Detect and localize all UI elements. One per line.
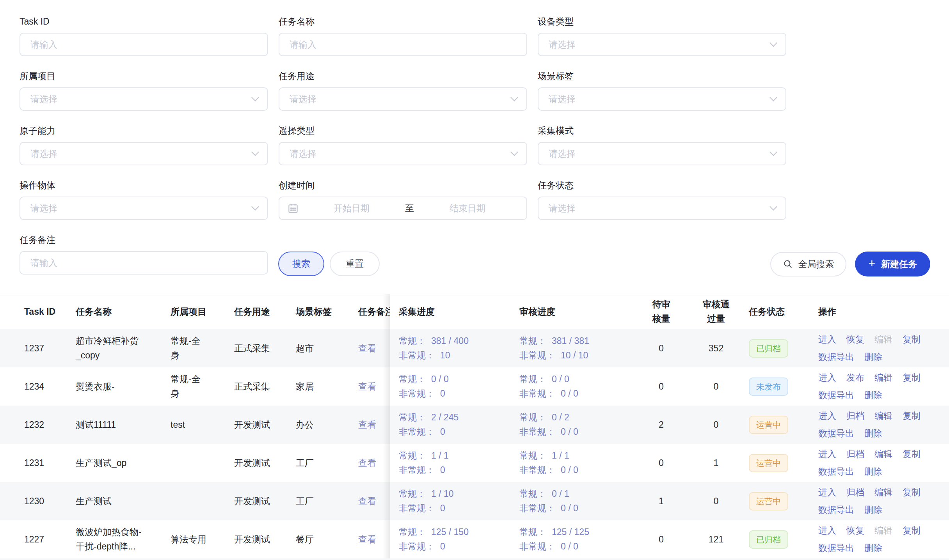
cell-pending: 0 [639, 341, 683, 356]
teleop-type-select[interactable]: 请选择 [279, 142, 527, 165]
action-link[interactable]: 进入 [818, 409, 836, 423]
col-approved-count: 审核通 过量 [683, 297, 749, 326]
action-link[interactable]: 进入 [818, 332, 836, 347]
cell-collect-progress: 常规：1 / 10 非常规：0 [390, 487, 519, 516]
action-link[interactable]: 数据导出 [818, 503, 854, 517]
view-note-link[interactable]: 查看 [358, 458, 376, 468]
field-label: 任务状态 [538, 179, 786, 191]
col-project: 所属项目 [171, 305, 234, 319]
action-link[interactable]: 进入 [818, 370, 836, 385]
cell-name: 超市冷鲜柜补货 _copy [76, 334, 171, 363]
field-label: 采集模式 [538, 125, 786, 136]
action-link[interactable]: 删除 [864, 464, 882, 479]
action-link[interactable]: 复制 [903, 370, 921, 385]
action-link[interactable]: 复制 [903, 485, 921, 500]
field-create-time: 创建时间 开始日期 至 结束日期 [279, 179, 527, 220]
action-link[interactable]: 删除 [864, 350, 882, 364]
field-label: 任务名称 [279, 16, 527, 27]
cell-review-progress: 常规：1 / 1 非常规：0 / 0 [519, 448, 639, 477]
scene-tag-select[interactable]: 请选择 [538, 87, 786, 111]
end-date-placeholder[interactable]: 结束日期 [416, 202, 519, 214]
cell-purpose: 正式采集 [234, 379, 296, 394]
operate-object-select[interactable]: 请选择 [20, 197, 268, 220]
chevron-down-icon [251, 94, 259, 101]
cell-name: 生产测试_op [76, 456, 171, 470]
placeholder-text: 请选择 [290, 93, 316, 105]
action-link[interactable]: 恢复 [846, 332, 864, 347]
device-type-select[interactable]: 请选择 [538, 33, 786, 56]
create-time-range-picker[interactable]: 开始日期 至 结束日期 [279, 197, 527, 220]
action-link[interactable]: 归档 [846, 409, 864, 423]
cell-task-id: 1232 [0, 418, 76, 432]
action-link[interactable]: 数据导出 [818, 350, 854, 364]
view-note-link[interactable]: 查看 [358, 381, 376, 392]
cell-purpose: 开发测试 [234, 456, 296, 470]
action-link[interactable]: 编辑 [874, 485, 892, 500]
action-link[interactable]: 数据导出 [818, 464, 854, 479]
cell-purpose: 正式采集 [234, 341, 296, 356]
cell-review-progress: 常规：125 / 125 非常规：0 / 0 [519, 525, 639, 554]
create-task-button[interactable]: + 新建任务 [855, 252, 930, 276]
task-name-input[interactable]: 请输入 [279, 33, 527, 56]
action-link[interactable]: 编辑 [874, 409, 892, 423]
view-note-link[interactable]: 查看 [358, 420, 376, 430]
cell-collect-progress: 常规：0 / 0 非常规：0 [390, 372, 519, 401]
action-link[interactable]: 进入 [818, 447, 836, 461]
cell-review-progress: 常规：0 / 2 非常规：0 / 0 [519, 410, 639, 439]
view-note-link[interactable]: 查看 [358, 534, 376, 544]
field-label: Task ID [20, 16, 268, 27]
action-link[interactable]: 编辑 [874, 332, 892, 347]
action-link[interactable]: 发布 [846, 370, 864, 385]
action-link[interactable]: 恢复 [846, 523, 864, 538]
cell-scene: 家居 [296, 379, 358, 394]
cell-collect-progress: 常规：1 / 1 非常规：0 [390, 448, 519, 477]
action-link[interactable]: 编辑 [874, 370, 892, 385]
cell-pending: 0 [639, 456, 683, 470]
action-link[interactable]: 编辑 [874, 447, 892, 461]
action-link[interactable]: 删除 [864, 503, 882, 517]
task-purpose-select[interactable]: 请选择 [279, 87, 527, 111]
cell-operations: 进入 发布 编辑 复制 数据导出 删除 [818, 370, 949, 402]
col-collect-progress: 采集进度 [390, 305, 519, 319]
action-link[interactable]: 归档 [846, 485, 864, 500]
task-id-input[interactable]: 请输入 [20, 33, 268, 56]
chevron-down-icon [770, 148, 777, 156]
action-link[interactable]: 删除 [864, 541, 882, 555]
filter-grid: Task ID 请输入 任务名称 请输入 设备类型 请选择 所属项目 [20, 16, 949, 275]
action-link[interactable]: 数据导出 [818, 541, 854, 555]
field-task-note: 任务备注 请输入 [20, 234, 268, 275]
cell-approved: 121 [683, 532, 749, 547]
field-label: 遥操类型 [279, 125, 527, 136]
calendar-icon [287, 202, 299, 214]
field-operate-object: 操作物体 请选择 [20, 179, 268, 220]
status-badge: 运营中 [749, 454, 788, 472]
atomic-ability-select[interactable]: 请选择 [20, 142, 268, 165]
action-link[interactable]: 复制 [903, 523, 921, 538]
search-button[interactable]: 搜索 [278, 252, 324, 276]
view-note-link[interactable]: 查看 [358, 496, 376, 506]
action-link[interactable]: 进入 [818, 485, 836, 500]
start-date-placeholder[interactable]: 开始日期 [300, 202, 403, 214]
action-link[interactable]: 编辑 [874, 523, 892, 538]
action-link[interactable]: 归档 [846, 447, 864, 461]
action-link[interactable]: 数据导出 [818, 388, 854, 402]
action-link[interactable]: 复制 [903, 447, 921, 461]
action-link[interactable]: 删除 [864, 426, 882, 441]
action-link[interactable]: 复制 [903, 332, 921, 347]
action-link[interactable]: 删除 [864, 388, 882, 402]
project-select[interactable]: 请选择 [20, 87, 268, 111]
collect-mode-select[interactable]: 请选择 [538, 142, 786, 165]
action-link[interactable]: 进入 [818, 523, 836, 538]
task-status-select[interactable]: 请选择 [538, 197, 786, 220]
action-link[interactable]: 复制 [903, 409, 921, 423]
task-note-input[interactable]: 请输入 [20, 251, 268, 275]
status-badge: 运营中 [749, 416, 788, 434]
action-link[interactable]: 数据导出 [818, 426, 854, 441]
reset-button[interactable]: 重置 [330, 252, 380, 276]
cell-review-progress: 常规：0 / 0 非常规：0 / 0 [519, 372, 639, 401]
cell-scene: 办公 [296, 418, 358, 432]
view-note-link[interactable]: 查看 [358, 343, 376, 353]
global-search-button[interactable]: 全局搜索 [770, 252, 846, 276]
table-row: 1234 熨烫衣服- 常规-全 身 正式采集 家居 查看 常规：0 / 0 非常… [0, 367, 949, 406]
search-icon [783, 259, 793, 269]
